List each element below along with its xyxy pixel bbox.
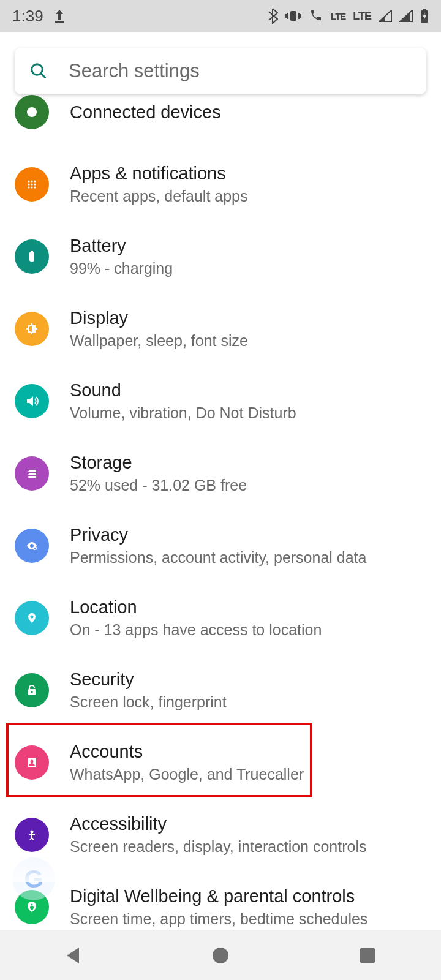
item-subtitle: Recent apps, default apps [70,187,247,205]
item-texts: AccountsWhatsApp, Google, and Truecaller [70,742,304,783]
lte-label-1: LTE [331,11,345,21]
settings-item-location[interactable]: LocationOn - 13 apps have access to loca… [0,582,441,654]
svg-point-13 [34,180,36,182]
svg-point-28 [28,477,29,478]
settings-item-digital-wellbeing-parental-controls[interactable]: Digital Wellbeing & parental controlsScr… [0,871,441,931]
settings-content: Search settings Connected devicesApps & … [0,32,441,931]
svg-point-41 [213,948,228,963]
item-texts: SecurityScreen lock, fingerprint [70,669,227,711]
svg-point-10 [27,107,37,117]
signal-icon-2 [399,10,413,22]
svg-point-12 [31,180,32,182]
vibrate-icon [285,10,301,22]
item-subtitle: 99% - charging [70,260,173,277]
svg-rect-31 [34,548,36,549]
svg-point-26 [28,470,29,472]
svg-rect-4 [298,13,300,19]
upload-icon [53,9,66,23]
svg-point-18 [31,186,32,188]
svg-rect-7 [423,9,426,10]
item-subtitle: Screen time, app timers, bedtime schedul… [70,910,368,928]
status-time: 1:39 [12,7,43,26]
svg-point-37 [31,831,34,834]
svg-rect-1 [290,11,296,21]
item-title: Privacy [70,525,367,545]
search-icon [29,62,48,80]
item-icon [15,745,49,780]
svg-point-17 [28,186,29,188]
svg-rect-42 [360,948,375,963]
svg-rect-34 [31,691,33,693]
item-icon [15,95,49,129]
item-texts: LocationOn - 13 apps have access to loca… [70,597,322,639]
svg-point-8 [32,64,43,75]
item-texts: Battery99% - charging [70,236,173,277]
item-texts: DisplayWallpaper, sleep, font size [70,308,248,350]
lte-label-2: LTE [353,10,371,23]
item-title: Display [70,308,248,328]
settings-item-privacy[interactable]: PrivacyPermissions, account activity, pe… [0,510,441,582]
svg-rect-3 [285,14,287,18]
signal-icon-1 [379,10,392,22]
item-icon [15,529,49,563]
settings-item-sound[interactable]: SoundVolume, vibration, Do Not Disturb [0,365,441,437]
item-subtitle: Screen lock, fingerprint [70,693,227,711]
nav-back-button[interactable] [61,943,86,968]
settings-item-apps-notifications[interactable]: Apps & notificationsRecent apps, default… [0,148,441,221]
search-settings[interactable]: Search settings [15,48,426,94]
status-bar: 1:39 LTE LTE [0,0,441,32]
item-icon [15,601,49,635]
settings-item-accounts[interactable]: AccountsWhatsApp, Google, and Truecaller [0,726,441,799]
svg-point-29 [30,544,34,548]
search-placeholder: Search settings [69,60,200,82]
item-title: Accounts [70,742,304,762]
item-texts: SoundVolume, vibration, Do Not Disturb [70,380,296,422]
item-title: Security [70,669,227,690]
volte-icon [309,9,323,23]
settings-item-security[interactable]: SecurityScreen lock, fingerprint [0,654,441,726]
item-texts: Connected devices [70,102,221,123]
settings-item-storage[interactable]: Storage52% used - 31.02 GB free [0,437,441,510]
item-subtitle: Wallpaper, sleep, font size [70,332,248,350]
item-subtitle: Volume, vibration, Do Not Disturb [70,404,296,422]
svg-point-32 [31,616,34,619]
item-texts: Digital Wellbeing & parental controlsScr… [70,886,368,928]
svg-point-19 [34,186,36,188]
status-right: LTE LTE [267,8,429,24]
svg-point-14 [28,183,29,185]
item-icon [15,818,49,852]
svg-rect-0 [55,21,64,23]
item-subtitle: Permissions, account activity, personal … [70,549,367,567]
svg-point-11 [28,180,29,182]
svg-rect-5 [300,14,301,18]
assistant-badge[interactable]: G [12,858,55,900]
item-icon [15,384,49,418]
item-title: Accessibility [70,814,367,834]
nav-recent-button[interactable] [355,943,380,968]
item-title: Storage [70,453,247,473]
item-texts: Apps & notificationsRecent apps, default… [70,164,247,205]
item-icon [15,239,49,274]
item-texts: AccessibilityScreen readers, display, in… [70,814,367,856]
item-subtitle: WhatsApp, Google, and Truecaller [70,766,304,783]
settings-item-display[interactable]: DisplayWallpaper, sleep, font size [0,293,441,365]
settings-item-accessibility[interactable]: AccessibilityScreen readers, display, in… [0,799,441,871]
item-icon [15,312,49,346]
svg-point-36 [31,760,34,763]
status-left: 1:39 [12,7,66,26]
battery-charging-icon [420,9,429,23]
nav-home-button[interactable] [208,943,233,968]
svg-rect-20 [29,252,34,262]
item-title: Location [70,597,322,617]
item-texts: Storage52% used - 31.02 GB free [70,453,247,494]
item-icon [15,167,49,202]
item-title: Battery [70,236,173,256]
item-title: Sound [70,380,296,401]
svg-point-15 [31,183,32,185]
item-title: Digital Wellbeing & parental controls [70,886,368,907]
item-icon [15,673,49,707]
settings-list[interactable]: Connected devicesApps & notificationsRec… [0,32,441,931]
settings-item-battery[interactable]: Battery99% - charging [0,221,441,293]
bluetooth-icon [267,8,278,24]
item-texts: PrivacyPermissions, account activity, pe… [70,525,367,567]
